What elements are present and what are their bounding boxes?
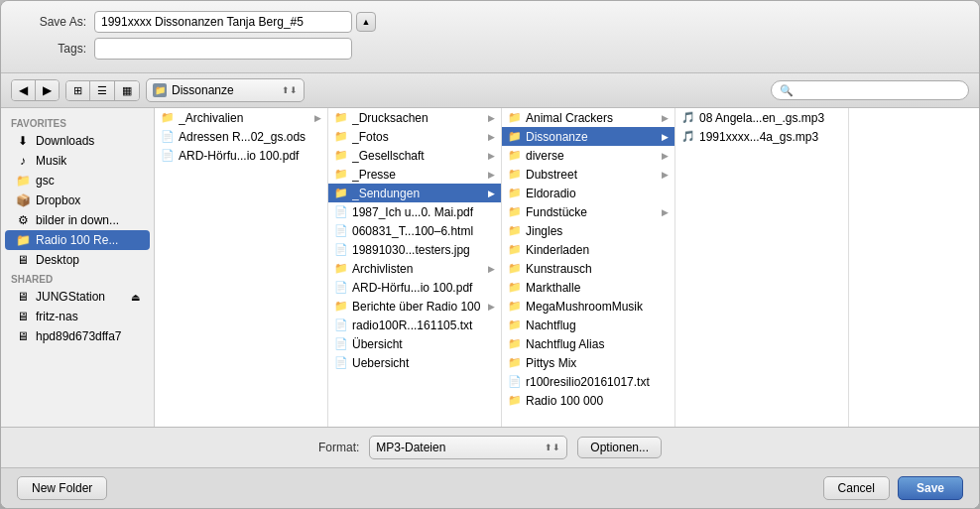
sidebar-label-radio: Radio 100 Re... bbox=[36, 233, 118, 247]
fritz-icon: 🖥 bbox=[15, 310, 31, 323]
save-as-input[interactable] bbox=[94, 11, 352, 33]
radio-icon: 📁 bbox=[15, 233, 31, 247]
list-item[interactable]: 📄 19891030...testers.jpg bbox=[328, 240, 501, 259]
location-dropdown[interactable]: 📁 Dissonanze ⬆⬇ bbox=[146, 78, 305, 102]
list-item[interactable]: 📁 Nachtflug Alias bbox=[502, 334, 674, 353]
file-column-3: 📁 Animal Crackers ▶ 📁 Dissonanze ▶ 📁 div… bbox=[502, 108, 675, 427]
list-item[interactable]: 📄 Uebersicht bbox=[328, 353, 501, 372]
list-item[interactable]: 📁 MegaMushroomMusik bbox=[502, 297, 674, 316]
right-buttons: Cancel Save bbox=[823, 476, 963, 500]
list-item[interactable]: 🎵 1991xxxx...4a_gs.mp3 bbox=[675, 127, 848, 146]
folder-icon: 📁 bbox=[334, 262, 348, 275]
list-item[interactable]: 📁 _Gesellschaft ▶ bbox=[328, 146, 501, 165]
file-area: 📁 _Archivalien ▶ 📄 Adressen R...02_gs.od… bbox=[155, 108, 979, 427]
expand-button[interactable]: ▲ bbox=[356, 12, 376, 32]
arrow-right-icon: ▶ bbox=[662, 113, 669, 123]
new-folder-button[interactable]: New Folder bbox=[17, 476, 107, 500]
list-item[interactable]: 📁 Kunstrausch bbox=[502, 259, 674, 278]
search-input[interactable] bbox=[797, 83, 960, 97]
list-item[interactable]: 📄 ARD-Hörfu...io 100.pdf bbox=[328, 278, 501, 297]
sidebar-item-radio[interactable]: 📁 Radio 100 Re... bbox=[5, 230, 150, 250]
folder-icon: 📁 bbox=[508, 130, 522, 143]
footer-format: Format: MP3-Dateien ⬆⬇ Optionen... bbox=[1, 427, 979, 467]
sidebar-item-gsc[interactable]: 📁 gsc bbox=[5, 171, 150, 191]
sidebar-item-jung[interactable]: 🖥 JUNGStation ⏏ bbox=[5, 287, 150, 307]
file-icon: 📄 bbox=[334, 243, 348, 256]
format-value: MP3-Dateien bbox=[376, 441, 545, 454]
arrow-right-icon: ▶ bbox=[662, 170, 669, 180]
sidebar-label-musik: Musik bbox=[36, 154, 66, 168]
list-item[interactable]: 📁 _Presse ▶ bbox=[328, 165, 501, 184]
arrow-right-icon: ▶ bbox=[488, 113, 495, 123]
view-list-button[interactable]: ☰ bbox=[90, 81, 115, 100]
folder-icon: 📁 bbox=[153, 83, 167, 97]
list-item[interactable]: 📄 r100resilio20161017.txt bbox=[502, 372, 674, 391]
file-icon: 📄 bbox=[334, 318, 348, 331]
list-item[interactable]: 📁 _Fotos ▶ bbox=[328, 127, 501, 146]
desktop-icon: 🖥 bbox=[15, 253, 31, 267]
tags-label: Tags: bbox=[17, 42, 86, 56]
list-item[interactable]: 📁 Archivlisten ▶ bbox=[328, 259, 501, 278]
sidebar-item-bilder[interactable]: ⚙ bilder in down... bbox=[5, 210, 150, 230]
forward-button[interactable]: ▶ bbox=[36, 80, 59, 100]
sidebar-item-hpd[interactable]: 🖥 hpd89d673dffa7 bbox=[5, 326, 150, 346]
save-as-label: Save As: bbox=[17, 15, 86, 29]
cancel-button[interactable]: Cancel bbox=[823, 476, 890, 500]
file-icon: 🎵 bbox=[681, 111, 695, 124]
view-columns-button[interactable]: ▦ bbox=[115, 81, 139, 100]
view-icon-button[interactable]: ⊞ bbox=[66, 81, 90, 100]
file-icon: 📄 bbox=[334, 356, 348, 369]
list-item[interactable]: 📁 Animal Crackers ▶ bbox=[502, 108, 674, 127]
list-item[interactable]: 📁 Pittys Mix bbox=[502, 353, 674, 372]
list-item[interactable]: 📄 radio100R...161105.txt bbox=[328, 316, 501, 334]
list-item[interactable]: 📁 _Sendungen ▶ bbox=[328, 184, 501, 202]
folder-icon: 📁 bbox=[508, 262, 522, 275]
list-item[interactable]: 📁 Fundstücke ▶ bbox=[502, 202, 674, 221]
arrow-right-icon: ▶ bbox=[662, 207, 669, 217]
main-area: Favorites ⬇ Downloads ♪ Musik 📁 gsc 📦 Dr… bbox=[1, 108, 979, 427]
format-dropdown[interactable]: MP3-Dateien ⬆⬇ bbox=[369, 436, 567, 459]
arrow-right-icon: ▶ bbox=[488, 151, 495, 161]
list-item[interactable]: 📁 Nachtflug bbox=[502, 316, 674, 334]
list-item[interactable]: 📁 Markthalle bbox=[502, 278, 674, 297]
tags-input[interactable] bbox=[94, 38, 352, 60]
list-item[interactable]: 📁 Radio 100 000 bbox=[502, 391, 674, 410]
file-icon: 📄 bbox=[334, 281, 348, 294]
list-item[interactable]: 📁 _Drucksachen ▶ bbox=[328, 108, 501, 127]
sidebar-item-musik[interactable]: ♪ Musik bbox=[5, 151, 150, 171]
sidebar-item-dropbox[interactable]: 📦 Dropbox bbox=[5, 191, 150, 210]
file-icon: 📄 bbox=[334, 337, 348, 350]
optionen-button[interactable]: Optionen... bbox=[577, 437, 662, 458]
dropbox-icon: 📦 bbox=[15, 193, 31, 207]
list-item[interactable]: 📁 Berichte über Radio 100 ▶ bbox=[328, 297, 501, 316]
list-item[interactable]: 📁 Jingles bbox=[502, 221, 674, 240]
jung-icon: 🖥 bbox=[15, 290, 31, 304]
list-item[interactable]: 📄 060831_T...100–6.html bbox=[328, 221, 501, 240]
list-item[interactable]: 📁 _Archivalien ▶ bbox=[155, 108, 327, 127]
gsc-icon: 📁 bbox=[15, 174, 31, 188]
list-item[interactable]: 📄 ARD-Hörfu...io 100.pdf bbox=[155, 146, 327, 165]
sidebar-item-desktop[interactable]: 🖥 Desktop bbox=[5, 250, 150, 270]
list-item[interactable]: 📄 Adressen R...02_gs.ods bbox=[155, 127, 327, 146]
sidebar-item-fritz[interactable]: 🖥 fritz-nas bbox=[5, 307, 150, 326]
back-button[interactable]: ◀ bbox=[12, 80, 36, 100]
list-item[interactable]: 📁 Kinderladen bbox=[502, 240, 674, 259]
folder-icon: 📁 bbox=[508, 300, 522, 313]
list-item[interactable]: 📁 Dubstreet ▶ bbox=[502, 165, 674, 184]
eject-icon[interactable]: ⏏ bbox=[131, 292, 140, 303]
list-item[interactable]: 📁 Dissonanze ▶ bbox=[502, 127, 674, 146]
save-button[interactable]: Save bbox=[898, 476, 963, 500]
sidebar-item-downloads[interactable]: ⬇ Downloads bbox=[5, 131, 150, 151]
arrow-right-icon: ▶ bbox=[488, 189, 495, 198]
list-item[interactable]: 🎵 08 Angela...en_.gs.mp3 bbox=[675, 108, 848, 127]
search-box[interactable]: 🔍 bbox=[771, 80, 969, 100]
folder-icon: 📁 bbox=[334, 149, 348, 162]
list-item[interactable]: 📄 1987_Ich u...0. Mai.pdf bbox=[328, 202, 501, 221]
list-item[interactable]: 📁 Eldoradio bbox=[502, 184, 674, 202]
list-item[interactable]: 📁 diverse ▶ bbox=[502, 146, 674, 165]
format-label: Format: bbox=[318, 441, 359, 454]
sidebar-label-downloads: Downloads bbox=[36, 134, 94, 148]
toolbar: ◀ ▶ ⊞ ☰ ▦ 📁 Dissonanze ⬆⬇ 🔍 bbox=[1, 73, 979, 108]
list-item[interactable]: 📄 Übersicht bbox=[328, 334, 501, 353]
sidebar-label-fritz: fritz-nas bbox=[36, 310, 78, 323]
